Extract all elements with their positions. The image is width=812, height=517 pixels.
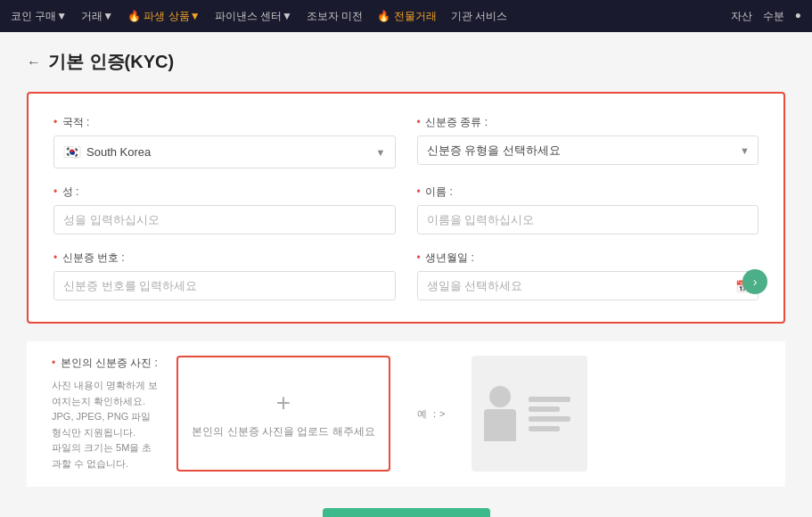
- nav-account[interactable]: 수분: [763, 9, 784, 24]
- id-line-2: [529, 406, 560, 412]
- dob-wrapper: 📅: [417, 271, 759, 300]
- id-line-4: [529, 426, 560, 431]
- last-name-group: • 성 :: [53, 185, 396, 234]
- nationality-value: South Korea: [86, 145, 373, 159]
- id-type-label: • 신분증 종류 :: [417, 115, 759, 130]
- id-type-required: •: [417, 116, 421, 128]
- kyc-page: ← 기본 인증(KYC) • 국적 : 🇰🇷 South Korea ▼ •: [0, 32, 812, 517]
- first-name-group: • 이름 :: [417, 185, 759, 234]
- id-line-1: [529, 397, 570, 402]
- example-id-card: [472, 356, 587, 472]
- id-type-group: • 신분증 종류 : 신분증 유형을 선택하세요 ▼: [417, 115, 759, 168]
- dob-input[interactable]: [417, 271, 759, 300]
- upload-title: • 본인의 신분증 사진 :: [52, 356, 159, 371]
- upload-dropzone[interactable]: + 본인의 신분증 사진을 업로드 해주세요: [176, 356, 390, 472]
- nav-derivatives[interactable]: 🔥 파생 상품▼: [127, 9, 201, 24]
- id-silhouette: [479, 386, 521, 441]
- last-name-required: •: [53, 185, 57, 198]
- first-name-label: • 이름 :: [417, 185, 759, 200]
- upload-section: • 본인의 신분증 사진 : 사진 내용이 명확하게 보여지는지 확인하세요. …: [27, 341, 785, 487]
- form-row-1: • 국적 : 🇰🇷 South Korea ▼ • 신분증 종류 : 신분증 유…: [53, 115, 759, 168]
- last-name-input[interactable]: [53, 205, 396, 234]
- back-arrow[interactable]: ←: [27, 54, 41, 70]
- page-title-area: ← 기본 인증(KYC): [27, 50, 785, 74]
- nationality-label: • 국적 :: [53, 115, 396, 130]
- example-label: 예 ：>: [417, 407, 445, 421]
- silhouette-head: [489, 386, 511, 407]
- nationality-select[interactable]: 🇰🇷 South Korea ▼: [53, 135, 396, 168]
- id-number-label: • 신분증 번호 :: [53, 250, 396, 266]
- id-type-select[interactable]: 신분증 유형을 선택하세요: [417, 135, 759, 165]
- dob-group: • 생년월일 : 📅 ›: [417, 250, 759, 300]
- id-lines: [529, 397, 580, 431]
- nationality-chevron-icon: ▼: [376, 147, 386, 158]
- id-line-3: [529, 416, 570, 422]
- id-type-select-wrapper: 신분증 유형을 선택하세요 ▼: [417, 135, 759, 165]
- nav-trade[interactable]: 거래▼: [81, 9, 113, 24]
- flag-icon: 🇰🇷: [63, 144, 81, 160]
- nav-institution[interactable]: 기관 서비스: [451, 9, 507, 24]
- first-name-required: •: [417, 185, 421, 198]
- id-number-required: •: [53, 251, 57, 264]
- form-row-2: • 성 : • 이름 :: [53, 185, 759, 234]
- first-name-input[interactable]: [417, 205, 759, 234]
- dob-label: • 생년월일 :: [417, 250, 759, 266]
- nav-coin-buy[interactable]: 코인 구매▼: [11, 9, 67, 24]
- nationality-group: • 국적 : 🇰🇷 South Korea ▼: [53, 115, 396, 168]
- kyc-form-card: • 국적 : 🇰🇷 South Korea ▼ • 신분증 종류 : 신분증 유…: [27, 92, 785, 324]
- submit-area: 제출: [27, 487, 785, 517]
- upload-plus-icon: +: [276, 389, 291, 417]
- navbar: 코인 구매▼ 거래▼ 🔥 파생 상품▼ 파이낸스 센터▼ 조보자 미전 🔥 전물…: [0, 0, 812, 32]
- nav-menu-icon[interactable]: ●: [795, 9, 801, 24]
- upload-instructions-text: 사진 내용이 명확하게 보여지는지 확인하세요. JPG, JPEG, PNG …: [52, 378, 159, 472]
- silhouette-body: [484, 409, 516, 441]
- form-row-3: • 신분증 번호 : • 생년월일 : 📅 ›: [53, 250, 759, 300]
- nav-beginner[interactable]: 조보자 미전: [307, 9, 363, 24]
- nav-futures[interactable]: 🔥 전물거래: [377, 9, 436, 24]
- upload-instructions: • 본인의 신분증 사진 : 사진 내용이 명확하게 보여지는지 확인하세요. …: [52, 356, 159, 472]
- id-number-input[interactable]: [53, 271, 396, 300]
- scroll-button[interactable]: ›: [742, 269, 767, 294]
- last-name-label: • 성 :: [53, 185, 396, 200]
- page-title: 기본 인증(KYC): [48, 50, 174, 74]
- nav-finance[interactable]: 파이낸스 센터▼: [215, 9, 292, 24]
- nav-assets[interactable]: 자산: [731, 9, 752, 24]
- submit-button[interactable]: 제출: [323, 508, 490, 517]
- example-card-inner: [472, 379, 587, 448]
- nationality-required: •: [53, 116, 57, 128]
- id-number-group: • 신분증 번호 :: [53, 250, 396, 300]
- navbar-right: 자산 수분 ●: [731, 9, 801, 24]
- dob-required: •: [417, 251, 421, 264]
- upload-text: 본인의 신분증 사진을 업로드 해주세요: [192, 424, 374, 439]
